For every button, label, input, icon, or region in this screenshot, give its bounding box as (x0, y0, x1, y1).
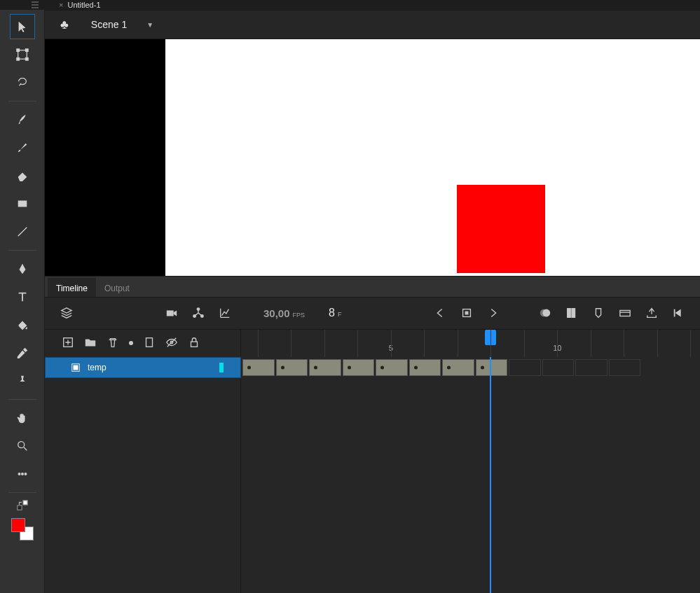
step-forward-button[interactable] (484, 304, 502, 322)
brush-tool[interactable] (10, 135, 35, 160)
layer-name: temp (88, 363, 107, 372)
color-swatch[interactable] (11, 518, 34, 540)
frame-value: 8 (329, 307, 335, 319)
panel-tabstrip: Timeline Output (45, 276, 700, 297)
current-frame-display[interactable]: 8 F (329, 307, 341, 319)
frame-cell[interactable] (242, 359, 275, 376)
svg-rect-1 (16, 49, 19, 52)
layer-outline-color[interactable] (219, 363, 224, 372)
hand-tool[interactable] (10, 405, 35, 431)
svg-rect-3 (16, 58, 19, 61)
stage-canvas[interactable] (165, 39, 700, 276)
layer-type-icon (71, 363, 81, 372)
pen-tool[interactable] (10, 256, 35, 281)
frame-cell[interactable] (409, 359, 441, 376)
free-transform-tool[interactable] (10, 42, 35, 67)
zoom-tool[interactable] (10, 433, 35, 459)
text-tool[interactable] (10, 284, 35, 309)
empty-frame-cell[interactable] (609, 359, 641, 376)
edit-multiple-frames-button[interactable] (563, 304, 581, 322)
visibility-toggle[interactable] (165, 336, 178, 351)
timeline-ruler[interactable]: 5 10 (241, 330, 700, 357)
lock-toggle[interactable] (188, 336, 200, 351)
frame-cell[interactable] (376, 359, 408, 376)
tab-output[interactable]: Output (96, 278, 138, 297)
layer-row-header[interactable]: temp (45, 357, 241, 378)
frame-cell[interactable] (309, 359, 341, 376)
more-tools-icon[interactable] (10, 461, 35, 487)
scene-label: Scene 1 (91, 19, 127, 30)
svg-rect-2 (25, 49, 28, 52)
svg-rect-17 (465, 312, 468, 314)
rectangle-tool[interactable] (10, 191, 35, 216)
frame-view-button[interactable] (616, 304, 634, 322)
fluid-brush-tool[interactable] (10, 107, 35, 132)
fps-label: FPS (293, 312, 306, 319)
svg-rect-21 (572, 309, 575, 318)
frame-cell[interactable] (476, 359, 508, 376)
svg-point-7 (18, 473, 20, 475)
outline-toggle[interactable] (143, 336, 156, 351)
fps-value: 30,00 (263, 307, 290, 319)
fill-color-swatch[interactable] (11, 518, 25, 532)
layer-header-row: 5 10 (45, 329, 700, 357)
selection-tool[interactable] (10, 14, 35, 39)
layer-list-empty (45, 378, 241, 594)
svg-point-19 (542, 309, 550, 317)
pin-tool[interactable] (10, 368, 35, 393)
loop-button[interactable] (669, 304, 687, 322)
timeline-frames-empty[interactable] (241, 378, 700, 594)
fps-display[interactable]: 30,00 FPS (263, 307, 305, 319)
empty-frame-cell[interactable] (575, 359, 608, 376)
eraser-tool[interactable] (10, 163, 35, 188)
eyedropper-tool[interactable] (10, 340, 35, 365)
tab-timeline[interactable]: Timeline (48, 278, 96, 297)
document-tab-title[interactable]: Untitled-1 (67, 1, 100, 9)
svg-point-8 (21, 473, 23, 475)
layer-row[interactable]: temp (45, 357, 700, 378)
svg-rect-12 (167, 310, 174, 316)
frame-cell[interactable] (442, 359, 474, 376)
svg-rect-20 (568, 309, 571, 318)
step-back-button[interactable] (431, 304, 449, 322)
camera-icon[interactable] (163, 304, 181, 322)
delete-layer-button[interactable] (107, 336, 119, 351)
stage-viewport[interactable] (45, 39, 700, 276)
frame-cell[interactable] (276, 359, 308, 376)
svg-rect-4 (25, 58, 28, 61)
empty-frame-cell[interactable] (509, 359, 541, 376)
onion-skin-button[interactable] (536, 304, 554, 322)
edit-bar: ♣ Scene 1 ▼ (45, 10, 700, 39)
frame-label: F (338, 311, 342, 318)
svg-rect-22 (620, 310, 630, 316)
timeline-frames-track[interactable] (241, 357, 700, 378)
svg-rect-10 (17, 505, 21, 510)
frame-cell[interactable] (343, 359, 375, 376)
highlight-layer-toggle[interactable] (129, 341, 133, 345)
stop-button[interactable] (458, 304, 476, 322)
swap-colors-icon[interactable] (10, 498, 35, 512)
marker-button[interactable] (589, 304, 608, 322)
layer-header-controls (45, 330, 241, 357)
line-tool[interactable] (10, 219, 35, 244)
svg-point-6 (18, 442, 24, 448)
timeline-layer-area: temp (45, 357, 700, 594)
new-folder-button[interactable] (84, 336, 97, 351)
layer-parenting-icon[interactable] (189, 304, 207, 322)
graph-icon[interactable] (216, 304, 234, 322)
svg-point-9 (25, 473, 27, 475)
svg-point-13 (197, 308, 200, 311)
svg-rect-26 (191, 342, 198, 347)
panel-menu-icon[interactable] (31, 1, 39, 8)
scene-dropdown[interactable]: Scene 1 ▼ (91, 19, 153, 30)
tab-close-icon[interactable]: × (55, 1, 67, 9)
paint-bucket-tool[interactable] (10, 312, 35, 337)
lasso-tool[interactable] (10, 70, 35, 95)
empty-frame-cell[interactable] (542, 359, 575, 376)
new-layer-button[interactable] (62, 336, 74, 351)
tools-panel (0, 10, 45, 593)
timeline-toolbar: 30,00 FPS 8 F (45, 297, 700, 329)
layers-icon[interactable] (57, 304, 76, 322)
export-button[interactable] (643, 304, 661, 322)
stage-shape-rectangle[interactable] (457, 185, 545, 273)
